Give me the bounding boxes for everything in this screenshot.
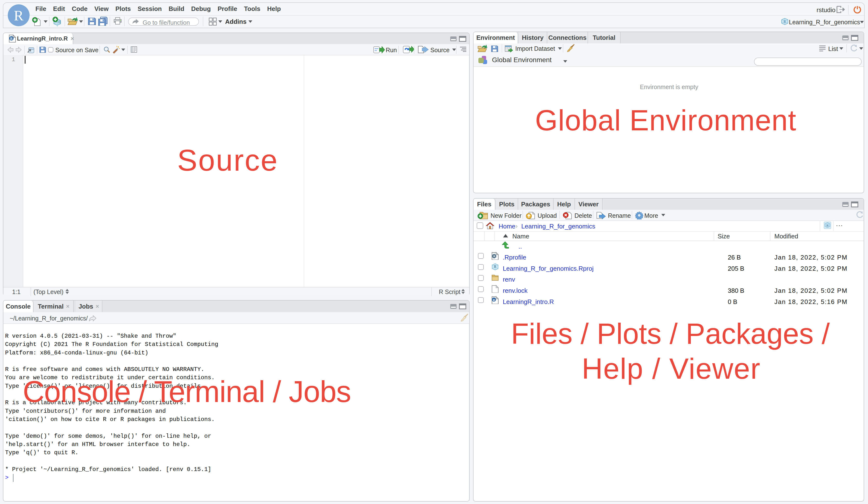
svg-text:R: R — [827, 224, 829, 227]
svg-text:R: R — [494, 265, 496, 269]
svg-text:R: R — [493, 298, 495, 302]
svg-text:R: R — [10, 37, 13, 41]
svg-text:R: R — [784, 20, 786, 23]
svg-text:R: R — [58, 20, 61, 24]
